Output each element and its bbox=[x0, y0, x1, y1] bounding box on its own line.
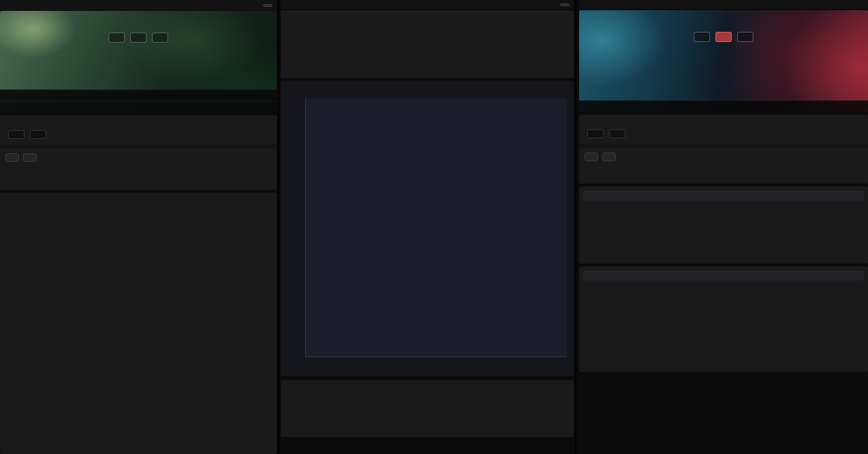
left-pomodoro-controls bbox=[108, 33, 168, 43]
right-timer-card bbox=[579, 115, 868, 184]
play-button[interactable] bbox=[694, 32, 710, 42]
theme-switcher-heading bbox=[281, 380, 574, 386]
pomodoro-message bbox=[579, 100, 868, 112]
timer-display bbox=[0, 144, 277, 148]
pomodoro-message bbox=[0, 89, 277, 101]
theme-switcher-card bbox=[281, 380, 574, 437]
right-pomodoro-controls bbox=[694, 32, 753, 42]
right-pomodoro-card bbox=[579, 10, 868, 112]
minutes-input[interactable] bbox=[587, 129, 604, 138]
gantt-plot-area bbox=[305, 98, 567, 357]
seconds-input[interactable] bbox=[609, 129, 625, 138]
reset-button[interactable] bbox=[715, 32, 732, 42]
center-display-mode-button[interactable] bbox=[560, 3, 570, 6]
left-pomodoro-messages bbox=[0, 89, 277, 112]
calendar-card bbox=[579, 186, 868, 264]
right-timer-settings bbox=[585, 129, 863, 138]
timer-display bbox=[579, 144, 868, 148]
skip-button[interactable] bbox=[152, 33, 168, 43]
recent-notes-header bbox=[583, 270, 864, 281]
display-mode-card bbox=[281, 10, 574, 78]
left-timer-controls bbox=[5, 153, 271, 162]
gantt-card bbox=[281, 81, 574, 376]
center-panel-header bbox=[281, 0, 574, 9]
right-panel-header bbox=[579, 0, 868, 9]
timer-start-button[interactable] bbox=[5, 153, 19, 162]
left-panel-header bbox=[0, 0, 277, 10]
recent-notes-card bbox=[579, 266, 868, 372]
left-display-mode-button[interactable] bbox=[263, 4, 273, 7]
calendar-header bbox=[583, 190, 864, 201]
timer-start-button[interactable] bbox=[585, 152, 598, 161]
left-timer-card bbox=[0, 115, 277, 190]
gantt-group-axis bbox=[282, 98, 304, 357]
play-button[interactable] bbox=[108, 33, 125, 43]
left-notes-card bbox=[0, 192, 277, 454]
pomodoro-message bbox=[0, 101, 277, 112]
seconds-input[interactable] bbox=[30, 130, 46, 139]
reset-button[interactable] bbox=[130, 33, 146, 43]
left-timer-settings bbox=[5, 130, 271, 139]
right-pomodoro-messages bbox=[579, 100, 868, 112]
skip-button[interactable] bbox=[737, 32, 753, 42]
right-timer-controls bbox=[585, 152, 863, 161]
right-pomodoro-display bbox=[579, 10, 868, 42]
left-pomodoro-card bbox=[0, 11, 277, 112]
timer-reset-button[interactable] bbox=[602, 152, 616, 161]
minutes-input[interactable] bbox=[8, 130, 24, 139]
left-pomodoro-display bbox=[0, 11, 277, 43]
project-dashboard-page bbox=[0, 0, 868, 454]
timer-reset-button[interactable] bbox=[23, 153, 37, 162]
